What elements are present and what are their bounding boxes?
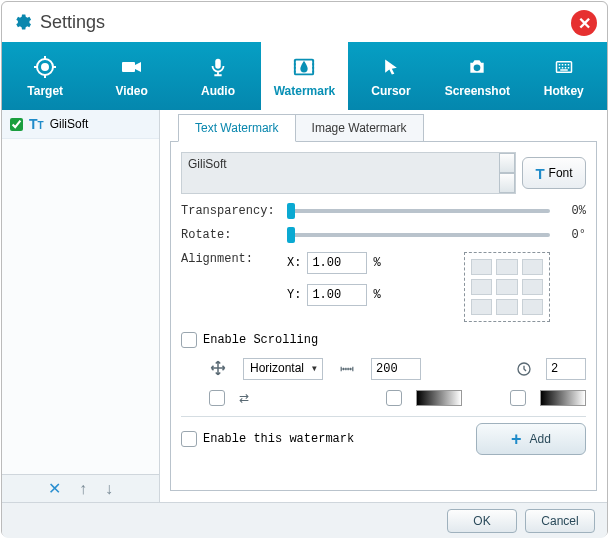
close-button[interactable]: ✕ — [571, 10, 597, 36]
sidebar-actions: ✕ ↑ ↓ — [2, 474, 159, 502]
tab-video[interactable]: Video — [88, 42, 174, 110]
text-watermark-panel: GiliSoft T Font Transparency: 0% Rotate: — [170, 141, 597, 491]
target-icon — [32, 54, 58, 80]
rotate-value: 0° — [556, 228, 586, 242]
gradient2-checkbox[interactable] — [510, 390, 526, 406]
alignment-x-input[interactable] — [307, 252, 367, 274]
transparency-label: Transparency: — [181, 204, 281, 218]
window-title: Settings — [40, 12, 105, 33]
x-label: X: — [287, 256, 301, 270]
ok-button[interactable]: OK — [447, 509, 517, 533]
keyboard-icon — [551, 54, 577, 80]
audio-icon — [205, 54, 231, 80]
move-down-button[interactable]: ↓ — [105, 480, 113, 498]
tab-hotkey[interactable]: Hotkey — [521, 42, 607, 110]
text-scroll-buttons[interactable] — [499, 153, 515, 193]
scroll-width-input[interactable] — [371, 358, 421, 380]
alignment-grid[interactable] — [464, 252, 550, 322]
titlebar: Settings ✕ — [2, 2, 607, 42]
cursor-icon — [378, 54, 404, 80]
subtab-text-watermark[interactable]: Text Watermark — [178, 114, 296, 142]
width-icon — [337, 362, 357, 376]
scroll-direction-select[interactable]: Horizontal — [243, 358, 323, 380]
transparency-slider[interactable] — [287, 209, 550, 213]
gear-icon — [12, 12, 32, 32]
main-tabs: Target Video Audio Watermark Cursor Scre… — [2, 42, 607, 110]
gradient2-picker[interactable] — [540, 390, 586, 406]
enable-scrolling-label: Enable Scrolling — [203, 333, 318, 347]
svg-rect-2 — [122, 62, 135, 72]
enable-this-watermark-label: Enable this watermark — [203, 432, 354, 446]
loop-icon: ⇄ — [239, 391, 249, 405]
alignment-y-input[interactable] — [307, 284, 367, 306]
camera-icon — [464, 54, 490, 80]
video-icon — [119, 54, 145, 80]
rotate-label: Rotate: — [181, 228, 281, 242]
svg-point-1 — [42, 64, 48, 70]
rotate-slider[interactable] — [287, 233, 550, 237]
subtab-image-watermark[interactable]: Image Watermark — [295, 114, 424, 142]
tab-cursor[interactable]: Cursor — [348, 42, 434, 110]
plus-icon: + — [511, 429, 522, 450]
font-icon: T — [535, 165, 544, 182]
y-label: Y: — [287, 288, 301, 302]
tab-audio[interactable]: Audio — [175, 42, 261, 110]
watermark-enabled-checkbox[interactable] — [10, 118, 23, 131]
transparency-value: 0% — [556, 204, 586, 218]
text-watermark-icon: TT — [29, 116, 44, 132]
loop-checkbox[interactable] — [209, 390, 225, 406]
watermark-icon — [291, 54, 317, 80]
font-button[interactable]: T Font — [522, 157, 586, 189]
tab-watermark[interactable]: Watermark — [261, 42, 347, 110]
tab-screenshot[interactable]: Screenshot — [434, 42, 520, 110]
gradient1-checkbox[interactable] — [386, 390, 402, 406]
dialog-footer: OK Cancel — [2, 502, 607, 538]
watermark-sidebar: TT GiliSoft ✕ ↑ ↓ — [2, 110, 160, 502]
sidebar-item-label: GiliSoft — [50, 117, 89, 131]
svg-point-5 — [474, 65, 481, 72]
move-up-button[interactable]: ↑ — [79, 480, 87, 498]
watermark-text-input[interactable]: GiliSoft — [181, 152, 516, 194]
enable-scrolling-checkbox[interactable] — [181, 332, 197, 348]
direction-icon — [209, 359, 229, 379]
enable-this-watermark-checkbox[interactable] — [181, 431, 197, 447]
gradient1-picker[interactable] — [416, 390, 462, 406]
delete-watermark-button[interactable]: ✕ — [48, 479, 61, 498]
alignment-label: Alignment: — [181, 252, 281, 266]
sidebar-item-gilisoft[interactable]: TT GiliSoft — [2, 110, 159, 139]
clock-icon — [516, 361, 532, 377]
cancel-button[interactable]: Cancel — [525, 509, 595, 533]
add-button[interactable]: + Add — [476, 423, 586, 455]
tab-target[interactable]: Target — [2, 42, 88, 110]
svg-rect-3 — [215, 59, 221, 69]
scroll-time-input[interactable] — [546, 358, 586, 380]
